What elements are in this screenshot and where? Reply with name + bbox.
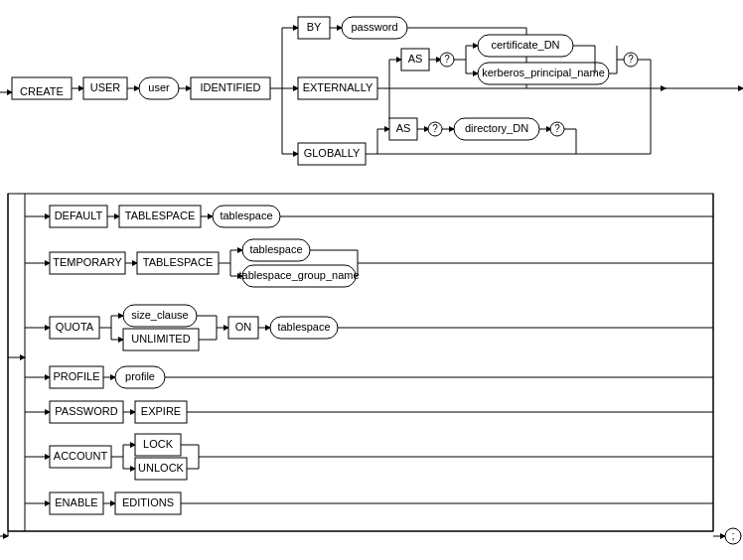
- tablespace-default-val: tablespace: [220, 210, 272, 221]
- temporary-label: TEMPORARY: [53, 256, 122, 268]
- externally-label: EXTERNALLY: [303, 81, 373, 93]
- size-clause-label: size_clause: [131, 309, 188, 321]
- unlimited-label: UNLIMITED: [131, 333, 190, 345]
- svg-rect-62: [8, 194, 713, 531]
- tablespace-temp-label: TABLESPACE: [143, 256, 214, 268]
- user-val-label: user: [148, 81, 170, 93]
- password-label: password: [351, 21, 397, 33]
- lock-label: LOCK: [143, 438, 174, 450]
- on-label: ON: [235, 321, 252, 333]
- as-globally-label: AS: [396, 122, 411, 134]
- expire-label: EXPIRE: [141, 405, 181, 417]
- tablespace-temp-val: tablespace: [249, 243, 302, 255]
- as-externally-label: AS: [408, 53, 423, 65]
- account-label: ACCOUNT: [54, 450, 108, 462]
- password-kw-label: PASSWORD: [55, 405, 117, 417]
- default-label: DEFAULT: [55, 210, 103, 221]
- svg-text:?: ?: [432, 123, 438, 134]
- identified-label: IDENTIFIED: [200, 81, 260, 93]
- tablespace-group-label: tablespace_group_name: [238, 269, 359, 281]
- syntax-diagram: CREATE USER user IDENTIFIED BY password …: [0, 0, 743, 560]
- kerberos-label: kerberos_principal_name: [482, 67, 605, 78]
- unlock-label: UNLOCK: [138, 462, 185, 474]
- tablespace-default-label: TABLESPACE: [125, 210, 196, 221]
- enable-label: ENABLE: [55, 496, 97, 508]
- profile-kw-label: PROFILE: [53, 370, 99, 382]
- directory-dn-label: directory_DN: [465, 122, 528, 134]
- user-label: USER: [90, 81, 121, 93]
- svg-text:?: ?: [628, 54, 634, 65]
- tablespace-quota-val: tablespace: [277, 321, 330, 333]
- by-label: BY: [307, 21, 322, 33]
- editions-label: EDITIONS: [122, 496, 174, 508]
- svg-text:?: ?: [444, 54, 450, 65]
- profile-val-label: profile: [125, 370, 155, 382]
- semicolon-symbol: ;: [731, 529, 734, 541]
- certificate-dn-label: certificate_DN: [491, 39, 559, 51]
- quota-label: QUOTA: [56, 321, 94, 333]
- create-label: CREATE: [20, 85, 64, 97]
- globally-label: GLOBALLY: [304, 147, 361, 159]
- svg-text:?: ?: [554, 123, 560, 134]
